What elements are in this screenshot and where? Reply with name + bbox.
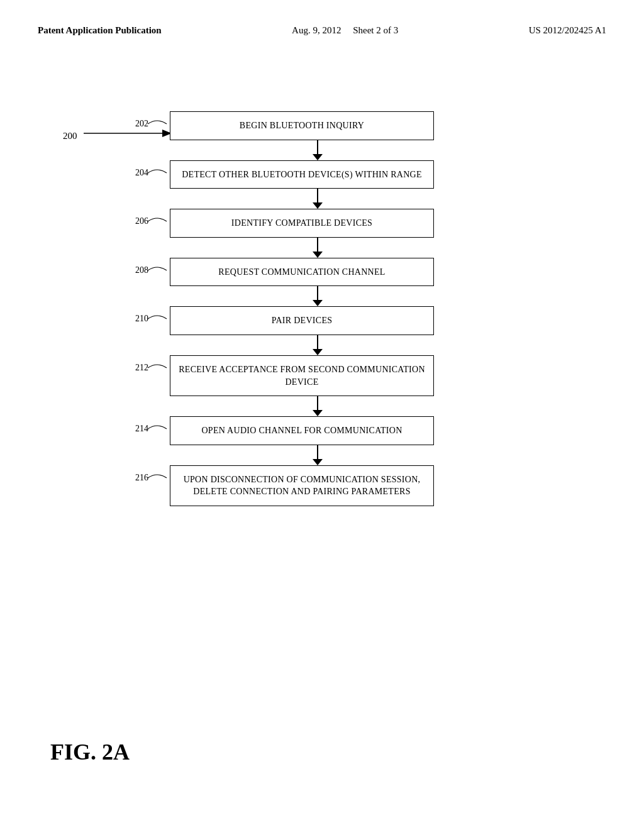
- publication-label: Patent Application Publication: [38, 25, 162, 36]
- connector-1: [317, 140, 318, 154]
- step-202-box: BEGIN BLUETOOTH INQUIRY: [170, 111, 434, 140]
- step-214-curve: [145, 423, 170, 435]
- step-214-wrapper: 214 OPEN AUDIO CHANNEL FOR COMMUNICATION: [170, 416, 465, 445]
- step-212-curve: [145, 362, 170, 374]
- arrow-1: [313, 154, 323, 160]
- pub-date: Aug. 9, 2012: [292, 25, 341, 35]
- step-206-wrapper: 206 IDENTIFY COMPATIBLE DEVICES: [170, 209, 465, 238]
- arrow-7: [313, 459, 323, 465]
- connector-7: [317, 445, 318, 459]
- step-210-wrapper: 210 PAIR DEVICES: [170, 306, 465, 335]
- connector-2: [317, 189, 318, 202]
- diagram-area: 200 202 BEGIN BLUETOOTH INQUIRY 204: [0, 48, 644, 816]
- arrow-3: [313, 252, 323, 258]
- step-208-box: REQUEST COMMUNICATION CHANNEL: [170, 258, 434, 287]
- date-sheet: Aug. 9, 2012 Sheet 2 of 3: [292, 25, 398, 36]
- step-212-wrapper: 212 RECEIVE ACCEPTANCE FROM SECOND COMMU…: [170, 355, 465, 396]
- step-204-curve: [145, 167, 170, 179]
- step-202-curve: [145, 118, 170, 130]
- figure-label: FIG. 2A: [50, 739, 130, 765]
- connector-6: [317, 396, 318, 410]
- flowchart: 202 BEGIN BLUETOOTH INQUIRY 204 DETECT O…: [170, 111, 465, 506]
- step-216-curve: [145, 472, 170, 484]
- step-212-box: RECEIVE ACCEPTANCE FROM SECOND COMMUNICA…: [170, 355, 434, 396]
- connector-3: [317, 238, 318, 252]
- step-216-box: UPON DISCONNECTION OF COMMUNICATION SESS…: [170, 465, 434, 506]
- arrow-2: [313, 202, 323, 209]
- step-206-curve: [145, 215, 170, 228]
- step-214-box: OPEN AUDIO CHANNEL FOR COMMUNICATION: [170, 416, 434, 445]
- ref-200: 200: [63, 130, 77, 141]
- connector-5: [317, 335, 318, 349]
- page-header: Patent Application Publication Aug. 9, 2…: [0, 0, 644, 48]
- arrow-4: [313, 300, 323, 306]
- step-206-box: IDENTIFY COMPATIBLE DEVICES: [170, 209, 434, 238]
- step-208-wrapper: 208 REQUEST COMMUNICATION CHANNEL: [170, 258, 465, 287]
- patent-number: US 2012/202425 A1: [529, 25, 606, 36]
- sheet-info: Sheet 2 of 3: [353, 25, 398, 35]
- step-202-wrapper: 202 BEGIN BLUETOOTH INQUIRY: [170, 111, 465, 140]
- step-210-box: PAIR DEVICES: [170, 306, 434, 335]
- step-210-curve: [145, 313, 170, 325]
- step-204-box: DETECT OTHER BLUETOOTH DEVICE(S) WITHIN …: [170, 160, 434, 189]
- step-204-wrapper: 204 DETECT OTHER BLUETOOTH DEVICE(S) WIT…: [170, 160, 465, 189]
- arrow-5: [313, 349, 323, 355]
- step-208-curve: [145, 264, 170, 277]
- connector-4: [317, 286, 318, 300]
- arrow-6: [313, 410, 323, 416]
- step-216-wrapper: 216 UPON DISCONNECTION OF COMMUNICATION …: [170, 465, 465, 506]
